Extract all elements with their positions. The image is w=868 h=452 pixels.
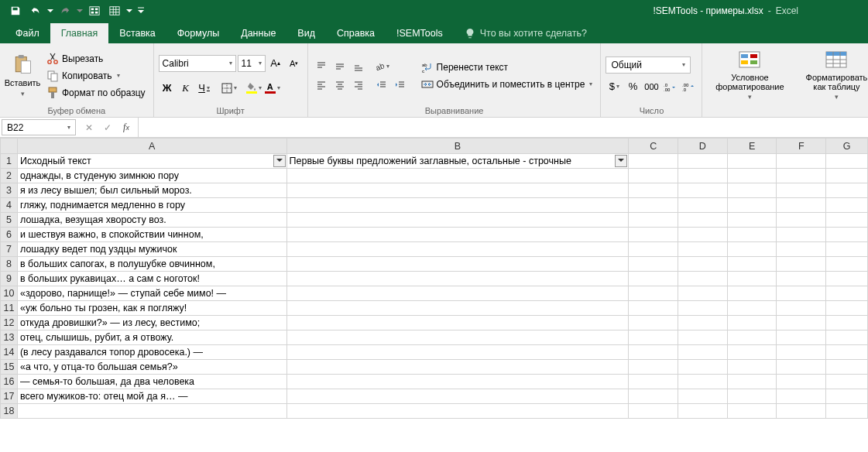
cell-G5[interactable] [826,213,868,228]
cell-F2[interactable] [777,169,826,183]
cell-A14[interactable]: (в лесу раздавался топор дровосека.) — [17,345,286,360]
cell-A3[interactable]: я из лесу вышел; был сильный мороз. [17,183,286,198]
cell-F6[interactable] [777,228,826,242]
formula-input[interactable] [139,118,868,137]
cell-E13[interactable] [727,330,777,345]
cell-A2[interactable]: однажды, в студеную зимнюю пору [17,169,286,183]
cell-G13[interactable] [826,330,868,345]
cell-G18[interactable] [826,404,868,419]
cell-F10[interactable] [777,286,826,301]
cell-F18[interactable] [777,404,826,419]
decrease-font-button[interactable]: A▾ [286,55,303,72]
cell-A7[interactable]: лошадку ведет под уздцы мужичок [17,242,286,257]
tab-semtools[interactable]: !SEMTools [386,23,454,43]
cell-D7[interactable] [678,242,728,257]
cell-F13[interactable] [777,330,826,345]
cell-G17[interactable] [826,389,868,404]
cell-E10[interactable] [727,286,777,301]
cell-G4[interactable] [826,198,868,213]
cell-B3[interactable] [286,183,629,198]
col-header-A[interactable]: A [17,139,286,154]
col-header-B[interactable]: B [286,139,629,154]
tab-file[interactable]: Файл [5,23,50,43]
chevron-down-icon[interactable] [76,2,84,19]
cell-F7[interactable] [777,242,826,257]
cell-D8[interactable] [678,257,728,272]
cell-E11[interactable] [727,301,777,316]
cell-E14[interactable] [727,345,777,360]
cell-B6[interactable] [286,228,629,242]
enter-formula-button[interactable]: ✓ [99,120,116,135]
row-header-15[interactable]: 15 [1,360,18,375]
cell-C16[interactable] [629,375,678,389]
bold-button[interactable]: Ж [159,80,176,97]
cell-A13[interactable]: отец, слышишь, рубит, а я отвожу. [17,330,286,345]
chevron-down-icon[interactable] [46,2,54,19]
cell-F17[interactable] [777,389,826,404]
merge-center-button[interactable]: Объединить и поместить в центре ▾ [418,77,596,92]
row-header-7[interactable]: 7 [1,242,18,257]
cell-A10[interactable]: «здорово, парнище!» — ступай себе мимо! … [17,286,286,301]
cell-F15[interactable] [777,360,826,375]
cell-F4[interactable] [777,198,826,213]
cancel-formula-button[interactable]: ✕ [81,120,98,135]
decrease-decimal-button[interactable]: .00.0 [680,78,697,95]
cell-E6[interactable] [727,228,777,242]
cell-F8[interactable] [777,257,826,272]
comma-button[interactable]: 000 [643,78,660,95]
cell-E2[interactable] [727,169,777,183]
qat-btn-2[interactable] [105,2,124,19]
row-header-2[interactable]: 2 [1,169,18,183]
row-header-18[interactable]: 18 [1,404,18,419]
cell-G10[interactable] [826,286,868,301]
cell-E8[interactable] [727,257,777,272]
cell-E3[interactable] [727,183,777,198]
chevron-down-icon[interactable] [125,2,133,19]
cell-D13[interactable] [678,330,728,345]
cell-D18[interactable] [678,404,728,419]
row-header-1[interactable]: 1 [1,154,18,169]
align-top-button[interactable] [313,58,330,75]
cell-E1[interactable] [727,154,777,169]
font-color-button[interactable]: A▾ [264,80,281,97]
format-painter-button[interactable]: Формат по образцу [43,85,149,101]
cell-B15[interactable] [286,360,629,375]
cut-button[interactable]: Вырезать [43,51,149,67]
cell-C14[interactable] [629,345,678,360]
select-all-corner[interactable] [1,139,18,154]
cell-G2[interactable] [826,169,868,183]
tab-home[interactable]: Главная [50,23,109,43]
cell-B5[interactable] [286,213,629,228]
increase-indent-button[interactable] [392,77,409,94]
cell-G15[interactable] [826,360,868,375]
cell-A15[interactable]: «а что, у отца-то большая семья?» [17,360,286,375]
cell-C18[interactable] [629,404,678,419]
cell-D5[interactable] [678,213,728,228]
italic-button[interactable]: К [177,80,194,97]
cell-B13[interactable] [286,330,629,345]
cell-A5[interactable]: лошадка, везущая хворосту воз. [17,213,286,228]
cell-G3[interactable] [826,183,868,198]
cell-C5[interactable] [629,213,678,228]
cell-F1[interactable] [777,154,826,169]
cell-D4[interactable] [678,198,728,213]
row-header-5[interactable]: 5 [1,213,18,228]
row-header-10[interactable]: 10 [1,286,18,301]
currency-button[interactable]: $▾ [606,78,623,95]
wrap-text-button[interactable]: abc Перенести текст [418,60,596,75]
row-header-9[interactable]: 9 [1,272,18,286]
cell-B4[interactable] [286,198,629,213]
copy-button[interactable]: Копировать ▾ [43,68,149,84]
cell-G8[interactable] [826,257,868,272]
row-header-8[interactable]: 8 [1,257,18,272]
cell-F11[interactable] [777,301,826,316]
col-header-E[interactable]: E [727,139,777,154]
cell-F5[interactable] [777,213,826,228]
percent-button[interactable]: % [624,78,641,95]
row-header-16[interactable]: 16 [1,375,18,389]
tab-insert[interactable]: Вставка [108,23,166,43]
cell-D9[interactable] [678,272,728,286]
decrease-indent-button[interactable] [373,77,390,94]
cell-A18[interactable] [17,404,286,419]
cell-B8[interactable] [286,257,629,272]
